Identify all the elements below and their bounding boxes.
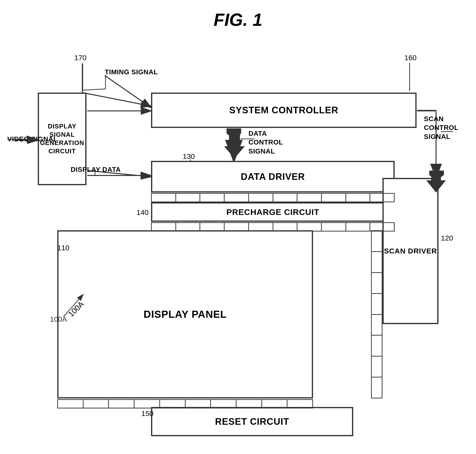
data-driver-ticks [151, 193, 395, 202]
system-controller-box: SYSTEM CONTROLLER [151, 93, 417, 128]
figure-title: FIG. 1 [214, 10, 262, 30]
ref-160: 160 [404, 54, 417, 62]
ref-170: 170 [74, 54, 86, 62]
svg-line-5 [105, 76, 151, 107]
precharge-circuit-box: PRECHARGE CIRCUIT [151, 202, 395, 222]
data-control-signal-label: DATA CONTROL SIGNAL [248, 129, 297, 156]
svg-marker-7 [227, 128, 241, 139]
precharge-circuit-label: PRECHARGE CIRCUIT [226, 207, 319, 217]
scan-control-signal-label: SCAN CONTROL SIGNAL [424, 115, 468, 141]
reset-circuit-label: RESET CIRCUIT [215, 416, 289, 427]
precharge-display-ticks [151, 222, 395, 232]
ref-110: 110 [57, 244, 69, 252]
diagram-container: FIG. 1 [0, 0, 476, 454]
reset-circuit-box: RESET CIRCUIT [151, 407, 353, 436]
scan-driver-ticks [371, 230, 382, 398]
svg-marker-23 [224, 128, 245, 158]
svg-line-18 [82, 93, 151, 106]
data-driver-box: DATA DRIVER [151, 161, 395, 193]
video-signal-label: VIDEO SIGNAL [7, 135, 58, 143]
data-driver-label: DATA DRIVER [241, 172, 305, 182]
display-panel-label: DISPLAY PANEL [143, 309, 227, 320]
display-panel-box: DISPLAY PANEL [57, 230, 313, 398]
ref-130: 130 [183, 152, 195, 161]
display-reset-ticks [57, 399, 313, 408]
ref-120: 120 [441, 234, 453, 242]
svg-line-20 [82, 89, 105, 90]
timing-signal-label: TIMING SIGNAL [105, 68, 158, 76]
system-controller-label: SYSTEM CONTROLLER [229, 105, 338, 116]
ref-150: 150 [141, 409, 153, 418]
ref-140: 140 [136, 208, 149, 217]
display-data-label: DISPLAY DATA [71, 166, 121, 174]
scan-driver-label: SCAN DRIVER [384, 247, 437, 255]
